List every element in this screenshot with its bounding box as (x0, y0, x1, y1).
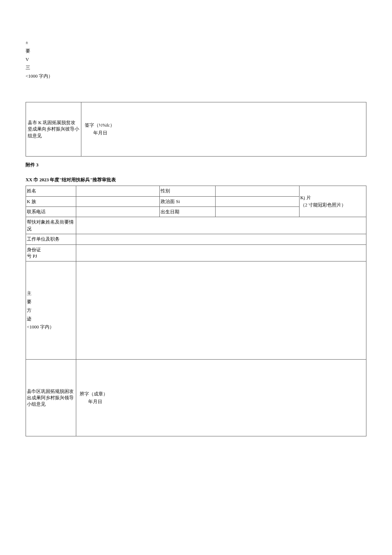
phone-field[interactable] (76, 206, 159, 217)
work-field[interactable] (76, 234, 366, 244)
id-field[interactable] (76, 244, 366, 262)
top-l1: ± (26, 38, 366, 47)
opinion2-sig-line: 辨字（成章） (80, 390, 363, 398)
opinion-table-1: 县市 K 巩固拓展脱贫攻坚成果向乡村振兴彼导小组意见 签字（½%fc） 年月日 (26, 102, 366, 157)
name-label: 姓名 (26, 186, 76, 196)
attachment-label: 附件 3 (26, 162, 366, 168)
ethnic-field[interactable] (76, 196, 159, 206)
form-title: XX 巾 2023 年度"结对用扶标兵"推荐审批表 (26, 177, 366, 183)
methods-l4: 迹 (27, 315, 75, 323)
opinion2-date-line: 年月日 (80, 398, 363, 406)
id-label-1: 身份证 (27, 247, 75, 253)
methods-l3: 方 (27, 306, 75, 315)
methods-field[interactable] (76, 262, 366, 360)
name-field[interactable] (76, 186, 159, 196)
opinion1-sig-line: 签字（½%fc） (85, 122, 363, 129)
photo-label-2: （2 寸能冠彩色照片） (300, 201, 365, 209)
top-l3: V (26, 55, 366, 64)
ethnic-label: K 族 (26, 196, 76, 206)
methods-l2: 要 (27, 298, 75, 306)
methods-l5: <1000 字内） (27, 323, 75, 331)
target-label: 帮扶对象姓名及街要情况 (26, 217, 76, 234)
target-field[interactable] (76, 217, 366, 234)
methods-l1: 主 (27, 289, 75, 298)
top-l5: <1000 字内） (26, 72, 366, 81)
opinion1-label: 县市 K 巩固拓展脱贫攻坚成果向乡村振兴彼导小组意见 (26, 102, 81, 156)
top-l2: 要 (26, 47, 366, 55)
phone-label: 联系电话 (26, 206, 76, 217)
gender-field[interactable] (216, 186, 299, 196)
political-label: 政治面 Si (160, 196, 216, 206)
approval-form-table: 姓名 性别 Kj 片 （2 寸能冠彩色照片） K 族 政治面 Si 联系电话 出… (26, 186, 366, 436)
id-label: 身份证 号 PJ (26, 244, 76, 262)
political-field[interactable] (216, 196, 299, 206)
photo-cell: Kj 片 （2 寸能冠彩色照片） (299, 186, 366, 217)
top-l4: 三 (26, 64, 366, 72)
work-label: 工作单位及职务 (26, 234, 76, 244)
opinion1-content: 签字（½%fc） 年月日 (81, 102, 366, 156)
methods-label-cell: 主 要 方 迹 <1000 字内） (26, 262, 76, 360)
opinion1-date-line: 年月日 (85, 129, 363, 137)
gender-label: 性别 (160, 186, 216, 196)
opinion2-label: 县巾区巩固拓规脱困攻出成果阿乡村振兴领导小组意见 (26, 360, 76, 436)
opinion2-content: 辨字（成章） 年月日 (76, 360, 366, 436)
top-vertical-label: ± 要 V 三 <1000 字内） (26, 38, 366, 81)
id-label-2: 号 PJ (27, 253, 75, 259)
birth-field[interactable] (216, 206, 299, 217)
photo-label-1: Kj 片 (300, 194, 365, 202)
birth-label: 出生日期 (160, 206, 216, 217)
